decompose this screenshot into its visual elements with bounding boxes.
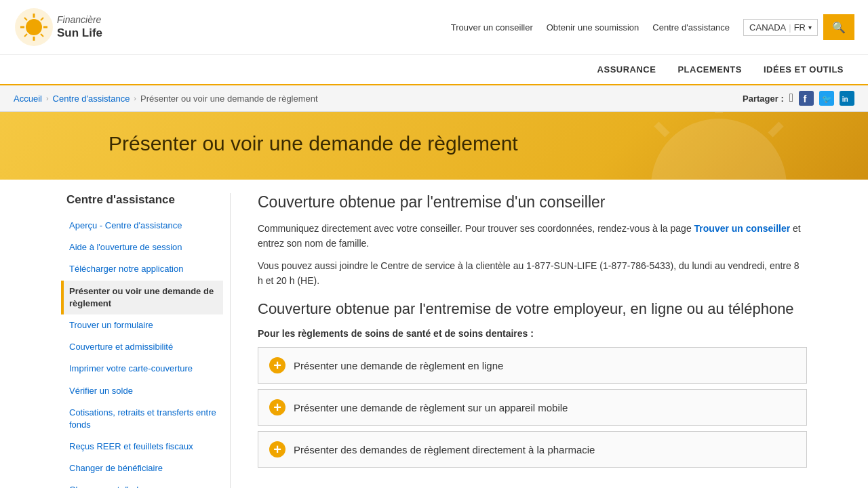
search-button[interactable]: 🔍 [823, 14, 854, 40]
sidebar-item-cotisations[interactable]: Cotisations, retraits et transferts entr… [61, 402, 223, 436]
sub-heading: Pour les règlements de soins de santé et… [258, 328, 807, 339]
find-advisor-link[interactable]: Trouver un conseiller [451, 22, 533, 33]
breadcrumb: Accueil › Centre d'assistance › Présente… [14, 94, 318, 104]
hero-title: Présenter ou voir une demande de règleme… [108, 132, 583, 155]
top-bar: Financière Sun Life Trouver un conseille… [0, 0, 868, 85]
find-advisor-link-main[interactable]: Trouver un conseiller [694, 223, 791, 234]
paragraph2: Vous pouvez aussi joindre le Centre de s… [258, 258, 807, 289]
hero-sun-watermark [624, 112, 814, 180]
top-nav-links: Trouver un conseiller Obtenir une soumis… [451, 22, 730, 33]
accordion-plus-icon-2: + [269, 441, 285, 458]
country-label: CANADA [749, 22, 786, 33]
sidebar-item-beneficiaire[interactable]: Changer de bénéficiaire [61, 458, 223, 479]
sidebar-item-adresse[interactable]: Changement d'adresse [61, 479, 223, 488]
paragraph1: Communiquez directement avec votre conse… [258, 221, 807, 251]
breadcrumb-home[interactable]: Accueil [14, 94, 42, 104]
nav-placements[interactable]: PLACEMENTS [667, 55, 753, 84]
nav-idees-outils[interactable]: IDÉES ET OUTILS [753, 55, 854, 84]
sidebar-item-aide-session[interactable]: Aide à l'ouverture de session [61, 237, 223, 258]
pipe-separator: | [789, 22, 791, 33]
search-icon: 🔍 [832, 21, 846, 34]
breadcrumb-separator-2: › [134, 94, 136, 102]
sidebar-item-presenter[interactable]: Présenter ou voir une demande de règleme… [61, 281, 223, 314]
linkedin-icon[interactable]: in [840, 91, 854, 106]
help-center-link[interactable]: Centre d'assistance [652, 22, 730, 33]
accordion-item-pharmacie[interactable]: + Présenter des demandes de règlement di… [258, 431, 807, 468]
accordion-label-2: Présenter des demandes de règlement dire… [294, 444, 595, 455]
paragraph1-text: Communiquez directement avec votre conse… [258, 223, 694, 234]
main-content: Couverture obtenue par l'entremise d'un … [244, 193, 807, 488]
accordion-plus-icon-0: + [269, 357, 285, 373]
sidebar-item-recus[interactable]: Reçus REER et feuillets fiscaux [61, 436, 223, 458]
share-area: Partager :  f 🐦 in [743, 91, 854, 106]
svg-text:in: in [842, 96, 848, 103]
main-nav: ASSURANCE PLACEMENTS IDÉES ET OUTILS [0, 54, 868, 84]
accordion-label-0: Présenter une demande de règlement en li… [294, 360, 503, 371]
sidebar-item-imprimer[interactable]: Imprimer votre carte-couverture [61, 358, 223, 380]
content-wrapper: Centre d'assistance Aperçu - Centre d'as… [47, 180, 821, 488]
sidebar: Centre d'assistance Aperçu - Centre d'as… [61, 193, 231, 488]
accordion-item-mobile[interactable]: + Présenter une demande de règlement sur… [258, 389, 807, 426]
breadcrumb-separator-1: › [46, 94, 49, 102]
facebook-icon[interactable]:  [789, 92, 793, 105]
svg-point-1 [26, 19, 42, 35]
svg-point-16 [651, 119, 787, 180]
accordion-label-1: Présenter une demande de règlement sur u… [294, 402, 568, 413]
logo[interactable]: Financière Sun Life [14, 7, 102, 47]
sidebar-item-couverture[interactable]: Couverture et admissibilité [61, 336, 223, 358]
nav-assurance[interactable]: ASSURANCE [587, 55, 667, 84]
svg-text:🐦: 🐦 [822, 94, 832, 104]
language-label: FR [794, 22, 806, 33]
accordion-item-en-ligne[interactable]: + Présenter une demande de règlement en … [258, 347, 807, 384]
sidebar-item-formulaire[interactable]: Trouver un formulaire [61, 314, 223, 336]
breadcrumb-current: Présenter ou voir une demande de règleme… [140, 94, 318, 104]
get-quote-link[interactable]: Obtenir une soumission [547, 22, 639, 33]
section2-title: Couverture obtenue par l'entremise de vo… [258, 300, 807, 319]
facebook-icon-svg[interactable]: f [799, 91, 814, 106]
sun-life-logo-icon [14, 7, 54, 47]
sidebar-title: Centre d'assistance [61, 193, 223, 207]
hero-banner: Présenter ou voir une demande de règleme… [0, 112, 868, 180]
share-label: Partager : [743, 94, 784, 104]
sidebar-item-telecharger[interactable]: Télécharger notre application [61, 258, 223, 280]
sidebar-nav: Aperçu - Centre d'assistance Aide à l'ou… [61, 215, 223, 488]
svg-line-22 [770, 124, 781, 135]
accordion-plus-icon-1: + [269, 399, 285, 415]
breadcrumb-parent[interactable]: Centre d'assistance [53, 94, 130, 104]
chevron-down-icon: ▾ [808, 24, 812, 31]
section1-title: Couverture obtenue par l'entremise d'un … [258, 193, 807, 211]
sidebar-item-verifier[interactable]: Vérifier un solde [61, 380, 223, 402]
breadcrumb-bar: Accueil › Centre d'assistance › Présente… [0, 85, 868, 112]
sidebar-item-apercu[interactable]: Aperçu - Centre d'assistance [61, 215, 223, 237]
country-selector[interactable]: CANADA | FR ▾ [743, 19, 818, 36]
twitter-icon[interactable]: 🐦 [819, 91, 834, 106]
svg-text:f: f [803, 94, 806, 104]
svg-line-21 [656, 124, 667, 135]
